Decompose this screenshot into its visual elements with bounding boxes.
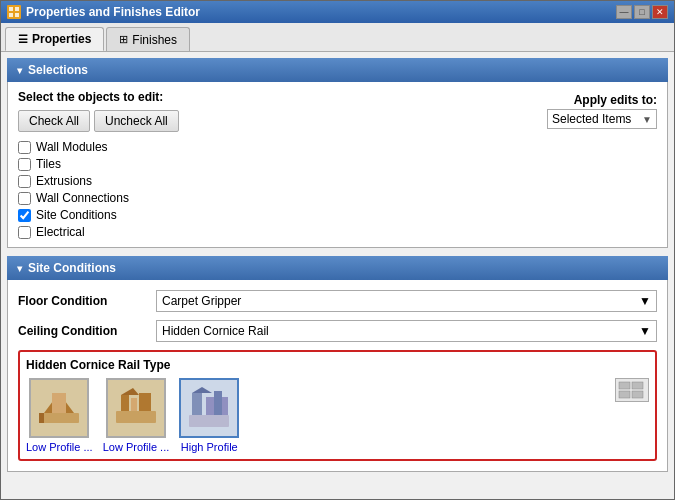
tab-bar: ☰ Properties ⊞ Finishes: [1, 23, 674, 52]
selections-title: Selections: [28, 63, 88, 77]
site-conditions-checkbox[interactable]: [18, 209, 31, 222]
checkbox-extrusions[interactable]: Extrusions: [18, 174, 657, 188]
svg-rect-0: [9, 7, 13, 11]
svg-rect-18: [619, 382, 630, 389]
site-conditions-label: Site Conditions: [36, 208, 117, 222]
selections-body: Select the objects to edit: Check All Un…: [7, 82, 668, 248]
svg-rect-6: [52, 393, 66, 413]
check-all-button[interactable]: Check All: [18, 110, 90, 132]
properties-tab-icon: ☰: [18, 33, 28, 46]
svg-rect-3: [15, 13, 19, 17]
wall-connections-checkbox[interactable]: [18, 192, 31, 205]
apply-edits-dropdown[interactable]: Selected Items ▼: [547, 109, 657, 129]
site-conditions-chevron-icon: ▾: [17, 263, 22, 274]
title-bar: Properties and Finishes Editor — □ ✕: [1, 1, 674, 23]
ceiling-condition-dropdown[interactable]: Hidden Cornice Rail ▼: [156, 320, 657, 342]
window-icon: [7, 5, 21, 19]
floor-condition-label: Floor Condition: [18, 294, 148, 308]
view-toggle-button[interactable]: [615, 378, 649, 402]
svg-rect-10: [131, 398, 137, 411]
cornice-item-1[interactable]: Low Profile ...: [103, 378, 170, 453]
svg-rect-9: [121, 395, 129, 411]
ceiling-condition-value: Hidden Cornice Rail: [162, 324, 269, 338]
checkbox-tiles[interactable]: Tiles: [18, 157, 657, 171]
floor-condition-row: Floor Condition Carpet Gripper ▼: [18, 290, 657, 312]
main-window: Properties and Finishes Editor — □ ✕ ☰ P…: [0, 0, 675, 500]
floor-condition-arrow-icon: ▼: [639, 294, 651, 308]
tab-properties-label: Properties: [32, 32, 91, 46]
content-area: ▾ Selections Select the objects to edit:…: [1, 52, 674, 499]
cornice-label-2: High Profile: [181, 441, 238, 453]
tab-finishes[interactable]: ⊞ Finishes: [106, 27, 190, 51]
tab-finishes-label: Finishes: [132, 33, 177, 47]
cornice-label-1: Low Profile ...: [103, 441, 170, 453]
svg-marker-7: [39, 413, 44, 423]
apply-edits-value: Selected Items: [552, 112, 631, 126]
wall-modules-label: Wall Modules: [36, 140, 108, 154]
cornice-img-2: [179, 378, 239, 438]
site-conditions-section: ▾ Site Conditions Floor Condition Carpet…: [7, 256, 668, 472]
minimize-button[interactable]: —: [616, 5, 632, 19]
wall-connections-label: Wall Connections: [36, 191, 129, 205]
svg-rect-2: [9, 13, 13, 17]
view-buttons: [615, 378, 649, 402]
extrusions-label: Extrusions: [36, 174, 92, 188]
svg-rect-1: [15, 7, 19, 11]
selections-left: Select the objects to edit: Check All Un…: [18, 90, 179, 132]
uncheck-all-button[interactable]: Uncheck All: [94, 110, 179, 132]
svg-rect-11: [139, 393, 151, 411]
svg-rect-20: [619, 391, 630, 398]
electrical-label: Electrical: [36, 225, 85, 239]
maximize-button[interactable]: □: [634, 5, 650, 19]
extrusions-checkbox[interactable]: [18, 175, 31, 188]
svg-rect-13: [189, 415, 229, 427]
checkbox-wall-connections[interactable]: Wall Connections: [18, 191, 657, 205]
cornice-item-2[interactable]: High Profile: [179, 378, 239, 453]
finishes-tab-icon: ⊞: [119, 33, 128, 46]
apply-edits-arrow-icon: ▼: [642, 114, 652, 125]
selections-section: ▾ Selections Select the objects to edit:…: [7, 58, 668, 248]
select-objects-label: Select the objects to edit:: [18, 90, 179, 104]
cornice-img-1: [106, 378, 166, 438]
cornice-label-0: Low Profile ...: [26, 441, 93, 453]
checkbox-electrical[interactable]: Electrical: [18, 225, 657, 239]
cornice-img-0: [29, 378, 89, 438]
cornice-item-0[interactable]: Low Profile ...: [26, 378, 93, 453]
wall-modules-checkbox[interactable]: [18, 141, 31, 154]
checkbox-wall-modules[interactable]: Wall Modules: [18, 140, 657, 154]
checkbox-list: Wall Modules Tiles Extrusions Wall Conne…: [18, 140, 657, 239]
selections-top-row: Select the objects to edit: Check All Un…: [18, 90, 657, 132]
floor-condition-value: Carpet Gripper: [162, 294, 241, 308]
svg-rect-19: [632, 382, 643, 389]
tab-properties[interactable]: ☰ Properties: [5, 27, 104, 51]
floor-condition-dropdown[interactable]: Carpet Gripper ▼: [156, 290, 657, 312]
svg-rect-21: [632, 391, 643, 398]
svg-rect-17: [214, 391, 222, 415]
svg-marker-12: [121, 388, 139, 395]
apply-edits-label: Apply edits to:: [574, 93, 657, 107]
svg-marker-15: [192, 387, 212, 393]
checkbox-site-conditions[interactable]: Site Conditions: [18, 208, 657, 222]
svg-rect-14: [192, 393, 202, 415]
tiles-checkbox[interactable]: [18, 158, 31, 171]
window-controls: — □ ✕: [616, 5, 668, 19]
cornice-rail-title: Hidden Cornice Rail Type: [26, 358, 649, 372]
site-conditions-header: ▾ Site Conditions: [7, 256, 668, 280]
window-title: Properties and Finishes Editor: [26, 5, 616, 19]
apply-edits-area: Apply edits to: Selected Items ▼: [547, 93, 657, 129]
site-conditions-body: Floor Condition Carpet Gripper ▼ Ceiling…: [7, 280, 668, 472]
electrical-checkbox[interactable]: [18, 226, 31, 239]
ceiling-condition-label: Ceiling Condition: [18, 324, 148, 338]
ceiling-condition-row: Ceiling Condition Hidden Cornice Rail ▼: [18, 320, 657, 342]
svg-rect-4: [39, 413, 79, 423]
site-conditions-title: Site Conditions: [28, 261, 116, 275]
cornice-row: Low Profile ...: [26, 378, 649, 453]
ceiling-condition-arrow-icon: ▼: [639, 324, 651, 338]
tiles-label: Tiles: [36, 157, 61, 171]
close-button[interactable]: ✕: [652, 5, 668, 19]
cornice-rail-section: Hidden Cornice Rail Type: [18, 350, 657, 461]
svg-rect-8: [116, 411, 156, 423]
check-buttons: Check All Uncheck All: [18, 110, 179, 132]
selections-header: ▾ Selections: [7, 58, 668, 82]
selections-chevron-icon: ▾: [17, 65, 22, 76]
